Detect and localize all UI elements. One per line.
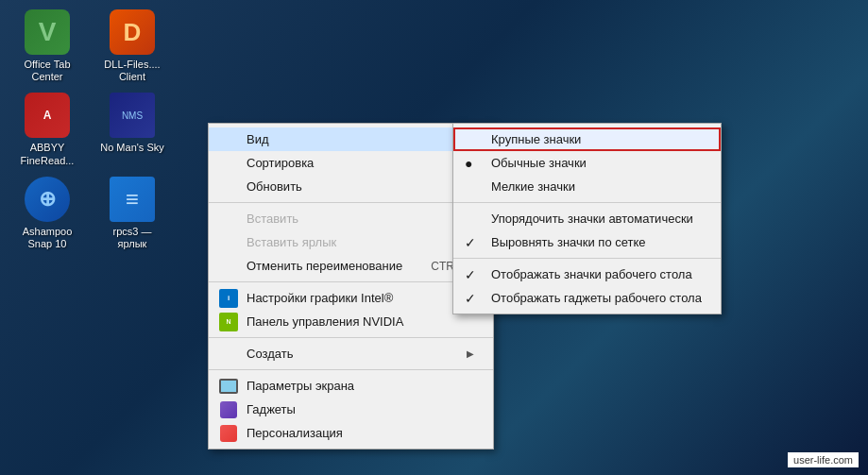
- menu-separator-2: [209, 281, 493, 282]
- submenu-separator-1: [453, 202, 721, 203]
- office-tab-center-label: Office TabCenter: [24, 59, 70, 83]
- icon-row-1: Office TabCenter DLL-Files....Client: [9, 9, 170, 83]
- align-grid-check: ✓: [465, 235, 476, 250]
- menu-item-sort[interactable]: Сортировка: [209, 151, 493, 175]
- submenu-item-align-grid[interactable]: ✓ Выровнять значки по сетке: [453, 230, 721, 254]
- menu-item-nvidia[interactable]: N Панель управления NVIDIA: [209, 310, 493, 333]
- desktop-icon-abbyy[interactable]: A ABBYYFineRead...: [9, 93, 85, 166]
- gadget-icon: [218, 399, 239, 420]
- desktop-icons-container: Office TabCenter DLL-Files....Client A A…: [9, 9, 170, 250]
- submenu-item-show-gadgets[interactable]: ✓ Отображать гаджеты рабочего стола: [453, 286, 721, 310]
- menu-item-gadgets[interactable]: Гаджеты: [209, 398, 493, 421]
- context-menu: Вид Сортировка Обновить Вставить Вставит…: [208, 123, 494, 450]
- office-tab-center-icon: [25, 9, 70, 55]
- context-menu-overlay: Вид Сортировка Обновить Вставить Вставит…: [208, 123, 494, 450]
- ashampoo-label: AshampooSnap 10: [23, 226, 73, 250]
- menu-separator-3: [209, 337, 493, 338]
- submenu-item-large-icons[interactable]: Крупные значки: [453, 127, 721, 151]
- nvidia-icon: N: [218, 312, 239, 332]
- menu-item-vid[interactable]: Вид: [209, 127, 493, 151]
- dll-files-icon: [110, 9, 155, 55]
- show-desktop-icons-check: ✓: [465, 267, 476, 282]
- submenu-item-normal-icons[interactable]: ● Обычные значки: [453, 151, 721, 175]
- submenu-separator-2: [453, 258, 721, 259]
- submenu-vid: Крупные значки ● Обычные значки Мелкие з…: [452, 123, 722, 314]
- submenu-item-auto-arrange[interactable]: Упорядочить значки автоматически: [453, 207, 721, 230]
- menu-item-screen-settings[interactable]: Параметры экрана: [209, 374, 493, 398]
- menu-item-personalization[interactable]: Персонализация: [209, 421, 493, 445]
- desktop-icon-dll-files[interactable]: DLL-Files....Client: [94, 9, 170, 83]
- show-gadgets-check: ✓: [465, 291, 476, 306]
- desktop-icon-rpcs3[interactable]: ≡ rpcs3 —ярлык: [94, 177, 170, 250]
- menu-item-rename[interactable]: Отменить переименование CTRL+Z: [209, 254, 493, 278]
- icon-row-3: ⊕ AshampooSnap 10 ≡ rpcs3 —ярлык: [9, 177, 170, 250]
- icon-row-2: A ABBYYFineRead... NMS No Man's Sky: [9, 93, 170, 166]
- menu-item-paste-shortcut: Вставить ярлык: [209, 230, 493, 254]
- ashampoo-icon: ⊕: [25, 177, 70, 222]
- menu-item-create[interactable]: Создать: [209, 342, 493, 365]
- desktop: Office TabCenter DLL-Files....Client A A…: [0, 0, 868, 475]
- desktop-icon-ashampoo[interactable]: ⊕ AshampooSnap 10: [9, 177, 85, 250]
- menu-item-refresh[interactable]: Обновить: [209, 175, 493, 198]
- abbyy-icon: A: [25, 93, 70, 138]
- abbyy-label: ABBYYFineRead...: [21, 142, 75, 166]
- dll-files-label: DLL-Files....Client: [104, 59, 160, 83]
- normal-icons-dot: ●: [465, 156, 472, 171]
- rpcs3-icon: ≡: [110, 177, 155, 222]
- nms-icon: NMS: [110, 93, 155, 138]
- menu-item-paste: Вставить: [209, 207, 493, 230]
- intel-icon: i: [218, 288, 239, 309]
- monitor-icon: [218, 376, 239, 397]
- submenu-item-small-icons[interactable]: Мелкие значки: [453, 175, 721, 198]
- desktop-icon-nms[interactable]: NMS No Man's Sky: [94, 93, 170, 166]
- watermark: user-life.com: [788, 452, 859, 467]
- menu-item-intel[interactable]: i Настройки графики Intel®: [209, 286, 493, 310]
- submenu-item-show-desktop-icons[interactable]: ✓ Отображать значки рабочего стола: [453, 263, 721, 286]
- desktop-icon-office-tab-center[interactable]: Office TabCenter: [9, 9, 85, 83]
- nms-label: No Man's Sky: [100, 142, 164, 154]
- menu-separator-4: [209, 369, 493, 370]
- rpcs3-label: rpcs3 —ярлык: [113, 226, 152, 250]
- person-icon: [218, 423, 239, 444]
- menu-separator-1: [209, 202, 493, 203]
